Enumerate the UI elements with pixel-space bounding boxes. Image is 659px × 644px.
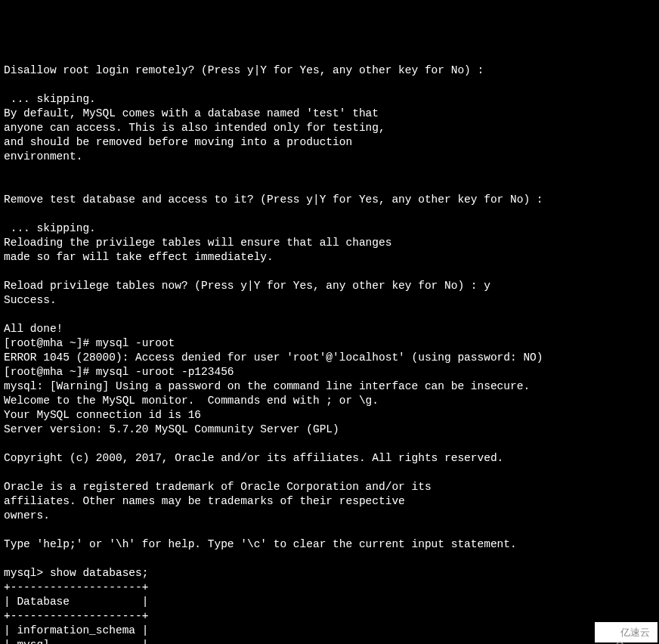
watermark-text: 亿速云 bbox=[620, 625, 650, 639]
cloud-icon bbox=[602, 627, 617, 638]
terminal-output[interactable]: Disallow root login remotely? (Press y|Y… bbox=[4, 63, 655, 644]
watermark: 亿速云 bbox=[595, 622, 657, 642]
